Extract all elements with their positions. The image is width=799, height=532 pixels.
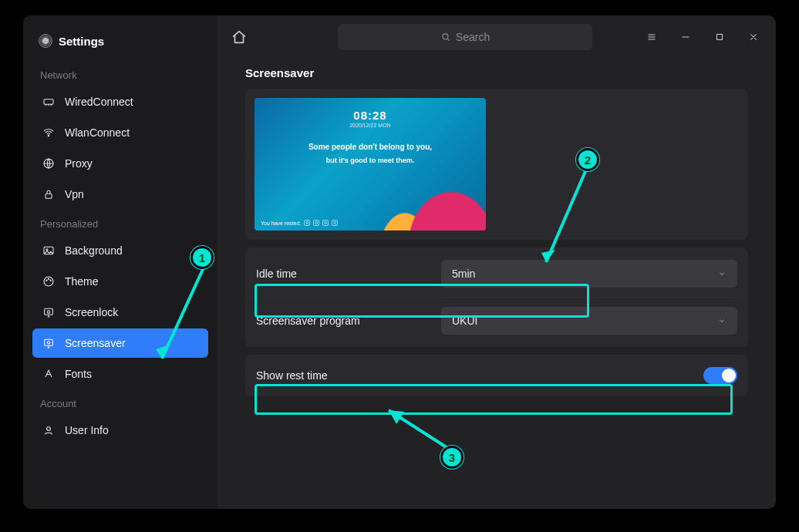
sidebar: Settings Network WiredConnect WlanConnec…: [23, 15, 217, 509]
annotation-badge-1: 1: [190, 246, 214, 269]
app-icon: [39, 34, 52, 48]
search-input[interactable]: Search: [338, 24, 592, 50]
svg-point-8: [48, 278, 49, 279]
maximize-icon: [714, 32, 725, 42]
preview-rest-d3: 0: [332, 220, 338, 226]
svg-point-13: [47, 342, 49, 344]
sidebar-item-screenlock[interactable]: Screenlock: [32, 298, 208, 327]
preview-clock: 08:28: [255, 109, 486, 122]
sidebar-item-label: Background: [65, 244, 123, 257]
preview-rest-d2: 0: [322, 220, 329, 226]
page-title: Screensaver: [245, 59, 748, 89]
user-icon: [42, 423, 56, 437]
menu-icon: [646, 32, 657, 42]
maximize-button[interactable]: [708, 25, 731, 49]
settings-window: Settings Network WiredConnect WlanConnec…: [23, 15, 776, 509]
program-select[interactable]: UKUI: [441, 307, 737, 335]
screenlock-icon: [42, 305, 56, 319]
sidebar-item-wiredconnect[interactable]: WiredConnect: [32, 87, 208, 116]
search-icon: [440, 32, 451, 42]
show-rest-label: Show rest time: [256, 369, 688, 382]
svg-rect-0: [44, 99, 53, 105]
group-personalized: Personalized: [32, 210, 208, 234]
main: Search Screensaver 08:28 2020/12/22 MON: [217, 15, 776, 509]
svg-rect-10: [45, 308, 53, 315]
close-icon: [748, 32, 759, 42]
sidebar-item-label: Vpn: [65, 188, 84, 200]
sidebar-item-label: WlanConnect: [65, 126, 130, 139]
sidebar-item-wlanconnect[interactable]: WlanConnect: [32, 118, 208, 147]
sidebar-item-vpn[interactable]: Vpn: [32, 180, 208, 209]
screensaver-preview[interactable]: 08:28 2020/12/22 MON Some people don't b…: [255, 98, 486, 231]
svg-rect-16: [717, 35, 723, 40]
preview-rest-d0: 0: [304, 220, 310, 226]
preview-rest-d1: 0: [313, 220, 319, 226]
search-placeholder: Search: [456, 31, 490, 43]
topbar: Search: [217, 15, 776, 59]
sidebar-item-label: Theme: [65, 275, 99, 288]
svg-point-1: [48, 135, 49, 136]
sidebar-item-theme[interactable]: Theme: [32, 267, 208, 296]
preview-rest-label: You have rested:: [261, 221, 301, 226]
show-rest-toggle[interactable]: [703, 367, 737, 384]
group-network: Network: [32, 62, 208, 86]
home-button[interactable]: [228, 26, 250, 48]
idle-time-select[interactable]: 5min: [441, 260, 737, 288]
svg-rect-12: [45, 339, 53, 345]
svg-point-9: [50, 280, 51, 281]
row-program: Screensaver program UKUI: [245, 297, 748, 344]
sidebar-item-label: Proxy: [65, 157, 93, 170]
toggle-card: Show rest time: [245, 355, 748, 396]
preview-quote-line1: Some people don't belong to you,: [255, 143, 486, 151]
sidebar-item-screensaver[interactable]: Screensaver: [32, 328, 208, 358]
idle-time-label: Idle time: [256, 268, 426, 280]
content: Screensaver 08:28 2020/12/22 MON Some pe…: [217, 59, 776, 419]
globe-icon: [42, 157, 56, 170]
sidebar-item-userinfo[interactable]: User Info: [32, 416, 208, 445]
lock-icon: [42, 187, 56, 201]
sidebar-item-proxy[interactable]: Proxy: [32, 149, 208, 178]
minimize-icon: [680, 32, 691, 42]
annotation-badge-3: 3: [440, 446, 464, 469]
program-value: UKUI: [452, 315, 477, 327]
program-label: Screensaver program: [256, 315, 426, 327]
app-title: Settings: [59, 35, 104, 48]
svg-point-15: [443, 34, 448, 39]
chevron-down-icon: [717, 269, 727, 278]
group-account: Account: [32, 390, 208, 414]
row-show-rest: Show rest time: [245, 358, 748, 393]
minimize-button[interactable]: [674, 25, 697, 49]
svg-rect-3: [46, 194, 52, 198]
annotation-badge-2: 2: [576, 148, 599, 171]
wifi-icon: [42, 126, 56, 140]
sidebar-item-label: WiredConnect: [65, 96, 133, 108]
sidebar-item-label: Screenlock: [65, 306, 118, 318]
menu-button[interactable]: [640, 25, 663, 49]
svg-point-5: [46, 249, 48, 251]
image-icon: [42, 244, 56, 258]
settings-card: Idle time 5min Screensaver program UKUI: [245, 247, 748, 347]
sidebar-item-label: Screensaver: [65, 337, 126, 349]
sidebar-item-fonts[interactable]: Fonts: [32, 359, 208, 389]
sidebar-item-label: Fonts: [65, 368, 92, 380]
palette-icon: [42, 274, 56, 288]
preview-rest: You have rested: 0 0 0 0: [261, 220, 338, 226]
preview-quote-line2: but it's good to meet them.: [255, 157, 486, 164]
ethernet-icon: [42, 95, 56, 109]
row-idle-time: Idle time 5min: [245, 251, 748, 297]
close-button[interactable]: [742, 25, 765, 49]
screensaver-icon: [42, 336, 56, 350]
svg-point-7: [46, 280, 47, 281]
sidebar-item-background[interactable]: Background: [32, 236, 208, 265]
chevron-down-icon: [717, 316, 727, 325]
toggle-knob: [722, 369, 736, 382]
preview-date: 2020/12/22 MON: [255, 123, 486, 128]
app-title-row: Settings: [32, 29, 208, 62]
sidebar-item-label: User Info: [65, 424, 109, 436]
fonts-icon: [42, 367, 56, 381]
idle-time-value: 5min: [452, 268, 475, 280]
svg-point-14: [47, 427, 51, 431]
preview-card: 08:28 2020/12/22 MON Some people don't b…: [245, 89, 748, 240]
svg-rect-11: [48, 311, 50, 313]
home-icon: [231, 29, 248, 45]
